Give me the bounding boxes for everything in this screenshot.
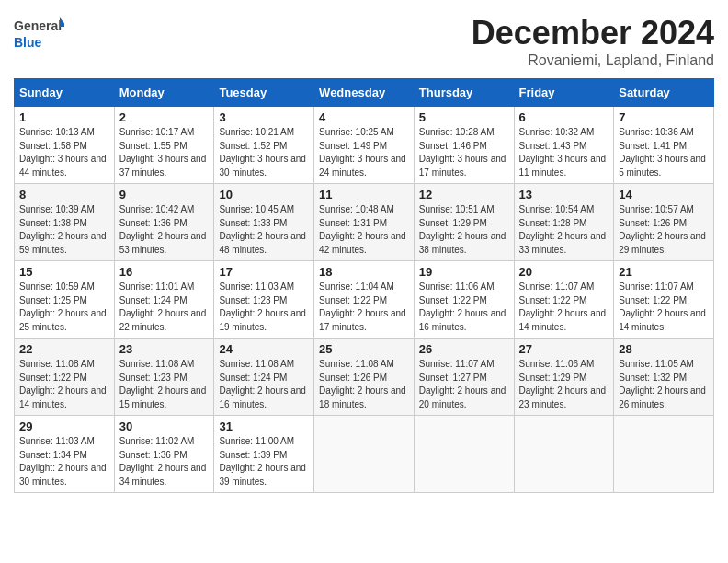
day-info: Sunrise: 10:42 AM Sunset: 1:36 PM Daylig… <box>119 203 210 257</box>
day-number: 2 <box>119 110 210 124</box>
day-info: Sunrise: 11:08 AM Sunset: 1:24 PM Daylig… <box>219 358 309 411</box>
day-info: Sunrise: 11:07 AM Sunset: 1:22 PM Daylig… <box>519 281 609 334</box>
day-info: Sunrise: 11:01 AM Sunset: 1:24 PM Daylig… <box>119 281 210 334</box>
day-info: Sunrise: 11:07 AM Sunset: 1:22 PM Daylig… <box>619 281 709 334</box>
week-row-3: 15 Sunrise: 10:59 AM Sunset: 1:25 PM Day… <box>15 261 714 339</box>
calendar-cell: 7 Sunrise: 10:36 AM Sunset: 1:41 PM Dayl… <box>614 107 714 184</box>
day-number: 25 <box>319 342 409 356</box>
day-info: Sunrise: 10:48 AM Sunset: 1:31 PM Daylig… <box>319 203 409 257</box>
day-number: 19 <box>419 265 509 279</box>
calendar-cell: 30 Sunrise: 11:02 AM Sunset: 1:36 PM Day… <box>114 416 214 493</box>
day-number: 10 <box>219 188 309 201</box>
day-info: Sunrise: 11:06 AM Sunset: 1:22 PM Daylig… <box>419 281 509 334</box>
day-info: Sunrise: 11:07 AM Sunset: 1:27 PM Daylig… <box>419 358 509 411</box>
calendar-table: SundayMondayTuesdayWednesdayThursdayFrid… <box>14 78 714 493</box>
day-info: Sunrise: 11:08 AM Sunset: 1:23 PM Daylig… <box>119 358 210 411</box>
day-info: Sunrise: 10:51 AM Sunset: 1:29 PM Daylig… <box>419 203 509 257</box>
calendar-cell: 25 Sunrise: 11:08 AM Sunset: 1:26 PM Day… <box>314 339 415 416</box>
calendar-cell: 22 Sunrise: 11:08 AM Sunset: 1:22 PM Day… <box>15 339 115 416</box>
day-number: 27 <box>519 342 609 356</box>
calendar-cell: 16 Sunrise: 11:01 AM Sunset: 1:24 PM Day… <box>114 261 214 339</box>
day-info: Sunrise: 10:28 AM Sunset: 1:46 PM Daylig… <box>419 126 509 179</box>
calendar-cell: 15 Sunrise: 10:59 AM Sunset: 1:25 PM Day… <box>15 261 115 339</box>
day-number: 7 <box>619 110 709 124</box>
calendar-cell: 5 Sunrise: 10:28 AM Sunset: 1:46 PM Dayl… <box>414 107 514 184</box>
calendar-cell <box>514 416 614 493</box>
calendar-cell: 18 Sunrise: 11:04 AM Sunset: 1:22 PM Day… <box>314 261 415 339</box>
day-info: Sunrise: 10:13 AM Sunset: 1:58 PM Daylig… <box>19 126 109 179</box>
calendar-cell: 9 Sunrise: 10:42 AM Sunset: 1:36 PM Dayl… <box>114 184 214 261</box>
logo-svg: General Blue <box>14 14 64 54</box>
calendar-cell: 21 Sunrise: 11:07 AM Sunset: 1:22 PM Day… <box>614 261 714 339</box>
day-number: 22 <box>19 342 109 356</box>
calendar-cell <box>314 416 415 493</box>
day-info: Sunrise: 10:32 AM Sunset: 1:43 PM Daylig… <box>519 126 609 179</box>
day-info: Sunrise: 10:25 AM Sunset: 1:49 PM Daylig… <box>319 126 409 179</box>
calendar-cell: 1 Sunrise: 10:13 AM Sunset: 1:58 PM Dayl… <box>15 107 115 184</box>
calendar-cell: 11 Sunrise: 10:48 AM Sunset: 1:31 PM Day… <box>314 184 415 261</box>
day-info: Sunrise: 11:03 AM Sunset: 1:23 PM Daylig… <box>219 281 309 334</box>
calendar-cell: 28 Sunrise: 11:05 AM Sunset: 1:32 PM Day… <box>614 339 714 416</box>
calendar-cell: 4 Sunrise: 10:25 AM Sunset: 1:49 PM Dayl… <box>314 107 415 184</box>
day-number: 8 <box>19 188 109 201</box>
day-info: Sunrise: 11:00 AM Sunset: 1:39 PM Daylig… <box>219 435 309 488</box>
month-title: December 2024 <box>472 14 714 52</box>
day-number: 14 <box>619 188 709 201</box>
svg-text:General: General <box>14 18 62 33</box>
week-row-4: 22 Sunrise: 11:08 AM Sunset: 1:22 PM Day… <box>15 339 714 416</box>
day-info: Sunrise: 11:08 AM Sunset: 1:22 PM Daylig… <box>19 358 109 411</box>
calendar-cell: 13 Sunrise: 10:54 AM Sunset: 1:28 PM Day… <box>514 184 614 261</box>
day-number: 26 <box>419 342 509 356</box>
day-number: 6 <box>519 110 609 124</box>
day-info: Sunrise: 11:08 AM Sunset: 1:26 PM Daylig… <box>319 358 409 411</box>
day-number: 16 <box>119 265 210 279</box>
week-row-2: 8 Sunrise: 10:39 AM Sunset: 1:38 PM Dayl… <box>15 184 714 261</box>
logo: General Blue <box>14 14 64 54</box>
day-info: Sunrise: 11:05 AM Sunset: 1:32 PM Daylig… <box>619 358 709 411</box>
day-info: Sunrise: 11:03 AM Sunset: 1:34 PM Daylig… <box>19 435 109 488</box>
day-number: 20 <box>519 265 609 279</box>
header-cell-wednesday: Wednesday <box>314 79 415 107</box>
calendar-cell: 20 Sunrise: 11:07 AM Sunset: 1:22 PM Day… <box>514 261 614 339</box>
calendar-cell: 26 Sunrise: 11:07 AM Sunset: 1:27 PM Day… <box>414 339 514 416</box>
calendar-cell: 17 Sunrise: 11:03 AM Sunset: 1:23 PM Day… <box>214 261 314 339</box>
svg-marker-2 <box>60 17 64 27</box>
day-number: 24 <box>219 342 309 356</box>
day-info: Sunrise: 10:39 AM Sunset: 1:38 PM Daylig… <box>19 203 109 257</box>
day-number: 28 <box>619 342 709 356</box>
header-cell-saturday: Saturday <box>614 79 714 107</box>
title-block: December 2024 Rovaniemi, Lapland, Finlan… <box>472 14 714 69</box>
day-info: Sunrise: 10:21 AM Sunset: 1:52 PM Daylig… <box>219 126 309 179</box>
day-info: Sunrise: 10:57 AM Sunset: 1:26 PM Daylig… <box>619 203 709 257</box>
calendar-cell: 27 Sunrise: 11:06 AM Sunset: 1:29 PM Day… <box>514 339 614 416</box>
calendar-cell: 24 Sunrise: 11:08 AM Sunset: 1:24 PM Day… <box>214 339 314 416</box>
calendar-cell: 19 Sunrise: 11:06 AM Sunset: 1:22 PM Day… <box>414 261 514 339</box>
day-number: 1 <box>19 110 109 124</box>
day-number: 4 <box>319 110 409 124</box>
day-number: 15 <box>19 265 109 279</box>
day-info: Sunrise: 10:54 AM Sunset: 1:28 PM Daylig… <box>519 203 609 257</box>
calendar-cell: 12 Sunrise: 10:51 AM Sunset: 1:29 PM Day… <box>414 184 514 261</box>
day-info: Sunrise: 10:36 AM Sunset: 1:41 PM Daylig… <box>619 126 709 179</box>
day-number: 31 <box>219 419 309 433</box>
day-number: 5 <box>419 110 509 124</box>
header-cell-monday: Monday <box>114 79 214 107</box>
day-info: Sunrise: 11:06 AM Sunset: 1:29 PM Daylig… <box>519 358 609 411</box>
day-number: 29 <box>19 419 109 433</box>
day-number: 18 <box>319 265 409 279</box>
day-number: 3 <box>219 110 309 124</box>
day-number: 13 <box>519 188 609 201</box>
day-number: 21 <box>619 265 709 279</box>
calendar-cell: 14 Sunrise: 10:57 AM Sunset: 1:26 PM Day… <box>614 184 714 261</box>
week-row-1: 1 Sunrise: 10:13 AM Sunset: 1:58 PM Dayl… <box>15 107 714 184</box>
header-cell-sunday: Sunday <box>15 79 115 107</box>
day-info: Sunrise: 10:45 AM Sunset: 1:33 PM Daylig… <box>219 203 309 257</box>
page-header: General Blue December 2024 Rovaniemi, La… <box>14 14 714 69</box>
header-cell-tuesday: Tuesday <box>214 79 314 107</box>
day-number: 9 <box>119 188 210 201</box>
day-number: 17 <box>219 265 309 279</box>
calendar-cell <box>614 416 714 493</box>
location: Rovaniemi, Lapland, Finland <box>472 52 714 69</box>
header-cell-friday: Friday <box>514 79 614 107</box>
day-number: 12 <box>419 188 509 201</box>
